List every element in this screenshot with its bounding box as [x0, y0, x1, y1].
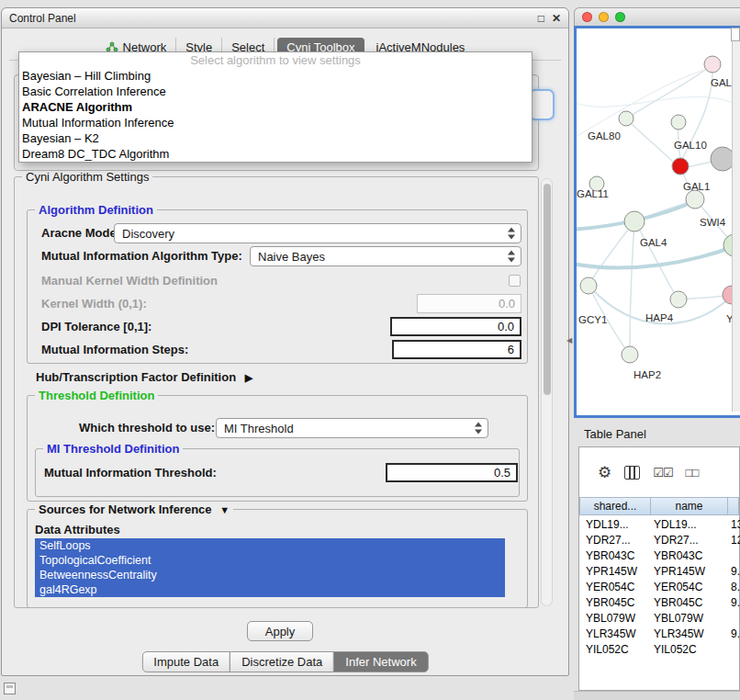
algorithm-combobox-button[interactable] — [529, 89, 555, 120]
tab-impute-data[interactable]: Impute Data — [141, 651, 230, 672]
algorithm-option-dream8[interactable]: Dream8 DC_TDC Algorithm — [19, 146, 532, 162]
algorithm-option-bayesian-k2[interactable]: Bayesian – K2 — [19, 130, 532, 146]
table-row[interactable]: YLR345W YLR345W 9. — [580, 626, 740, 641]
which-threshold-value: MI Threshold — [224, 422, 294, 435]
close-window-icon[interactable]: ✕ — [552, 13, 561, 24]
cell-name: YBR045C — [651, 596, 728, 609]
network-scrollbar[interactable] — [732, 28, 740, 412]
settings-scrollbar-thumb[interactable] — [544, 184, 551, 395]
aracne-mode-combobox[interactable]: Discovery — [114, 223, 521, 243]
network-edge — [630, 221, 634, 350]
sources-header[interactable]: Sources for Network Inference ▼ — [35, 502, 233, 516]
network-edge — [634, 221, 676, 296]
hub-transcription-factor-label: Hub/Transcription Factor Definition — [36, 370, 236, 384]
combo-stepper-icon — [508, 251, 516, 263]
table-panel: ⚙ ☑☑ □□ shared... name YDL19... YDL19...… — [578, 446, 740, 691]
table-horizontal-scrollbar[interactable] — [574, 691, 740, 700]
network-node[interactable] — [704, 56, 721, 73]
table-row[interactable]: YBR045C YBR045C 9. — [580, 594, 740, 610]
column-header-name[interactable]: name — [651, 497, 728, 515]
algorithm-dropdown-list: Select algorithm to view settings Bayesi… — [18, 51, 533, 163]
mi-threshold-field[interactable] — [386, 463, 518, 482]
network-node[interactable] — [619, 111, 633, 126]
settings-scrollbar[interactable] — [541, 178, 553, 606]
float-window-icon[interactable]: □ — [538, 13, 544, 24]
unchecked-boxes-icon[interactable]: □□ — [686, 466, 699, 480]
cell-shared-name: YER054C — [580, 581, 651, 593]
cyni-algorithm-settings-title: Cyni Algorithm Settings — [22, 170, 152, 184]
which-threshold-combobox[interactable]: MI Threshold — [216, 418, 488, 438]
network-scrollbar-button[interactable] — [731, 28, 740, 41]
column-header-partial[interactable] — [728, 497, 739, 515]
table-row[interactable]: YBR043C YBR043C — [580, 548, 740, 563]
manual-kernel-width-checkbox[interactable] — [509, 275, 521, 287]
checked-boxes-icon[interactable]: ☑☑ — [653, 466, 672, 480]
attribute-selfloops[interactable]: SelfLoops — [35, 538, 505, 553]
table-row[interactable]: YBL079W YBL079W — [580, 610, 740, 626]
aracne-mode-label: Aracne Mode: — [41, 223, 120, 243]
attribute-gal4rgexp[interactable]: gal4RGexp — [35, 582, 505, 597]
network-node[interactable] — [580, 277, 597, 294]
cell-name: YDR27... — [651, 534, 728, 547]
which-threshold-label: Which threshold to use: — [79, 418, 215, 438]
algorithm-option-mutual-information[interactable]: Mutual Information Inference — [19, 115, 532, 130]
cell-value: 13 — [728, 518, 740, 531]
attribute-betweennesscentrality[interactable]: BetweennessCentrality — [35, 568, 505, 582]
algorithm-definition-title: Algorithm Definition — [35, 203, 157, 217]
node-label-hap4: HAP4 — [645, 312, 674, 323]
close-traffic-light[interactable] — [582, 12, 592, 22]
dpi-tolerance-label: DPI Tolerance [0,1]: — [41, 317, 151, 336]
network-edge — [590, 221, 634, 282]
algorithm-option-bayesian-hill-climbing[interactable]: Bayesian – Hill Climbing — [19, 68, 532, 84]
algorithm-option-basic-correlation[interactable]: Basic Correlation Inference — [19, 84, 532, 99]
network-graph: GAL GAL80 GAL10 GAL11 GAL1 SWI4 GAL4 GCY… — [577, 28, 737, 415]
node-label: GAL — [711, 77, 733, 88]
network-node[interactable] — [671, 115, 686, 130]
data-attributes-label: Data Attributes — [35, 522, 120, 538]
network-view-window: GAL GAL80 GAL10 GAL11 GAL1 SWI4 GAL4 GCY… — [574, 7, 740, 418]
expand-down-icon: ▼ — [219, 504, 230, 515]
zoom-traffic-light[interactable] — [615, 12, 625, 22]
divider-collapse-icon[interactable]: ◀ — [566, 336, 572, 344]
tab-discretize-data[interactable]: Discretize Data — [230, 651, 334, 672]
mi-steps-field[interactable] — [392, 340, 521, 359]
table-row[interactable]: YDL19... YDL19... 13 — [580, 516, 740, 532]
column-header-shared-name[interactable]: shared... — [579, 497, 651, 515]
network-edge — [628, 64, 712, 118]
network-node-hap4[interactable] — [670, 291, 687, 308]
threshold-definition-title: Threshold Definition — [35, 389, 158, 402]
cell-shared-name: YDR27... — [580, 534, 651, 547]
table-row[interactable]: YDR27... YDR27... 12 — [580, 532, 740, 548]
network-canvas[interactable]: GAL GAL80 GAL10 GAL11 GAL1 SWI4 GAL4 GCY… — [574, 26, 740, 418]
mi-algorithm-type-combobox[interactable]: Naive Bayes — [250, 246, 521, 266]
network-node-hap2[interactable] — [622, 346, 638, 363]
hub-transcription-factor-header[interactable]: Hub/Transcription Factor Definition ▶ — [36, 369, 252, 386]
network-node[interactable] — [686, 190, 704, 209]
table-row[interactable]: YER054C YER054C 8. — [580, 579, 740, 594]
columns-icon[interactable] — [624, 466, 640, 480]
aracne-mode-value: Discovery — [122, 227, 174, 241]
apply-button[interactable]: Apply — [247, 621, 313, 641]
algorithm-option-aracne[interactable]: ARACNE Algorithm — [19, 99, 532, 115]
algorithm-placeholder-option: Select algorithm to view settings — [19, 52, 532, 68]
minimize-traffic-light[interactable] — [599, 12, 609, 22]
network-node-gal10[interactable] — [672, 158, 689, 175]
node-label-gal11: GAL11 — [577, 188, 609, 199]
kernel-width-label: Kernel Width (0,1): — [41, 294, 147, 313]
tab-infer-network[interactable]: Infer Network — [333, 651, 428, 672]
cell-name: YER054C — [651, 581, 728, 593]
table-panel-title: Table Panel — [584, 427, 646, 441]
cell-shared-name: YBR045C — [580, 596, 651, 609]
network-node-gal4[interactable] — [624, 211, 645, 231]
table-row[interactable]: YPR145W YPR145W 9. — [580, 563, 740, 579]
restore-panel-icon[interactable] — [4, 683, 16, 694]
table-row[interactable]: YIL052C YIL052C — [580, 641, 740, 657]
node-label-swi4: SWI4 — [700, 217, 726, 228]
attribute-topologicalcoefficient[interactable]: TopologicalCoefficient — [35, 553, 505, 568]
mi-steps-label: Mutual Information Steps: — [41, 340, 188, 359]
cell-shared-name: YBR043C — [580, 549, 651, 562]
dpi-tolerance-field[interactable] — [390, 317, 521, 336]
gear-icon[interactable]: ⚙ — [598, 465, 611, 480]
table-toolbar: ⚙ ☑☑ □□ — [579, 447, 739, 497]
kernel-width-field[interactable] — [417, 294, 521, 313]
